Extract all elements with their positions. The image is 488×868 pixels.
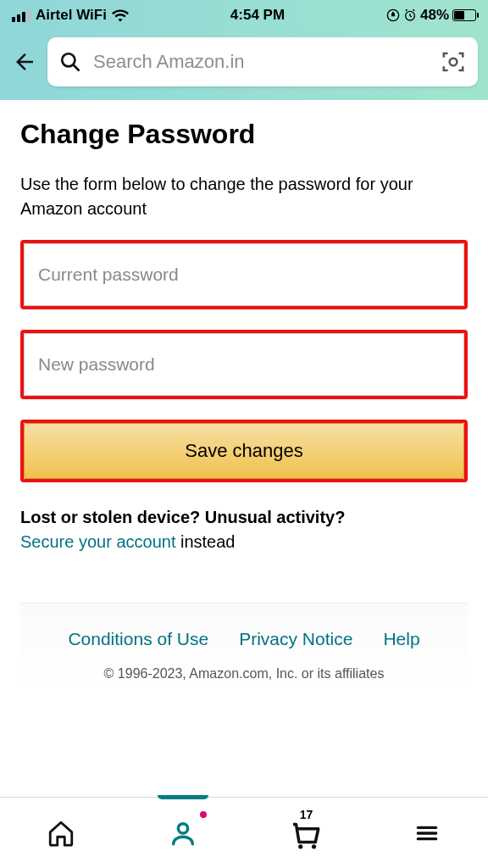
status-left: Airtel WiFi	[12, 7, 129, 24]
new-password-input[interactable]: New password	[24, 333, 464, 396]
new-password-placeholder: New password	[38, 354, 155, 375]
main-content: Change Password Use the form below to ch…	[0, 100, 488, 700]
alarm-icon	[403, 8, 417, 22]
battery-pct: 48%	[420, 7, 449, 24]
wifi-icon	[112, 8, 129, 22]
save-button-label: Save changes	[185, 440, 302, 462]
app-header: Search Amazon.in	[0, 31, 488, 100]
svg-point-3	[450, 58, 458, 66]
help-link[interactable]: Help	[383, 629, 419, 649]
status-right: 48%	[386, 7, 476, 24]
nav-cart[interactable]: 17	[244, 798, 366, 868]
signal-icon	[12, 9, 30, 22]
search-placeholder: Search Amazon.in	[93, 51, 441, 73]
active-tab-indicator	[158, 795, 208, 799]
orientation-lock-icon	[386, 8, 400, 22]
bottom-nav: 17	[0, 797, 488, 868]
status-time: 4:54 PM	[230, 7, 285, 24]
new-password-highlight: New password	[20, 330, 468, 399]
back-button[interactable]	[10, 47, 39, 76]
nav-profile[interactable]	[122, 798, 244, 868]
secure-account-link[interactable]: Secure your account	[20, 532, 175, 551]
footer: Conditions of Use Privacy Notice Help © …	[20, 603, 468, 682]
page-description: Use the form below to change the passwor…	[20, 172, 468, 221]
copyright-text: © 1996-2023, Amazon.com, Inc. or its aff…	[20, 666, 468, 682]
page-title: Change Password	[20, 119, 468, 150]
current-password-input[interactable]: Current password	[24, 243, 464, 306]
footer-links-row: Conditions of Use Privacy Notice Help	[20, 629, 468, 649]
camera-lens-icon[interactable]	[441, 49, 466, 75]
save-button-highlight: Save changes	[20, 420, 468, 482]
current-password-placeholder: Current password	[38, 264, 179, 285]
conditions-link[interactable]: Conditions of Use	[68, 629, 208, 649]
profile-icon	[169, 819, 197, 848]
carrier-label: Airtel WiFi	[36, 7, 107, 24]
current-password-highlight: Current password	[20, 240, 468, 309]
search-icon	[59, 51, 81, 73]
lost-device-heading: Lost or stolen device? Unusual activity?	[20, 508, 468, 527]
instead-text: instead	[175, 532, 235, 551]
search-box[interactable]: Search Amazon.in	[47, 37, 478, 86]
svg-point-5	[298, 844, 302, 849]
status-bar: Airtel WiFi 4:54 PM 48%	[0, 0, 488, 31]
nav-home[interactable]	[0, 798, 122, 868]
lost-device-subtext: Secure your account instead	[20, 532, 468, 552]
hamburger-icon	[413, 820, 441, 847]
cart-count-badge: 17	[300, 808, 313, 821]
svg-point-4	[178, 823, 187, 832]
battery-icon	[452, 9, 476, 21]
svg-point-6	[312, 844, 316, 849]
privacy-link[interactable]: Privacy Notice	[239, 629, 352, 649]
notification-dot-icon	[198, 810, 208, 820]
home-icon	[47, 819, 75, 848]
save-changes-button[interactable]: Save changes	[24, 423, 464, 479]
nav-menu[interactable]	[366, 798, 488, 868]
